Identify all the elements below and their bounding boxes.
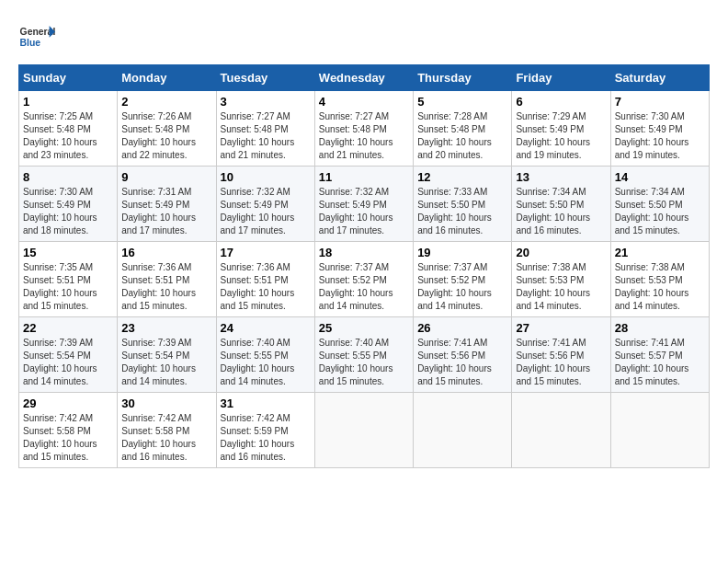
day-info: Sunrise: 7:41 AMSunset: 5:56 PMDaylight:… [417,337,507,388]
calendar-cell: 8Sunrise: 7:30 AMSunset: 5:49 PMDaylight… [19,167,118,242]
day-number: 3 [221,95,311,109]
calendar-cell: 29Sunrise: 7:42 AMSunset: 5:58 PMDayligh… [19,393,118,468]
weekday-header: Saturday [610,65,709,91]
day-number: 11 [319,170,409,184]
day-number: 6 [516,95,606,109]
day-number: 26 [417,321,507,335]
day-info: Sunrise: 7:33 AMSunset: 5:50 PMDaylight:… [417,186,507,237]
day-number: 20 [516,246,606,259]
day-number: 29 [23,396,113,410]
calendar-cell: 28Sunrise: 7:41 AMSunset: 5:57 PMDayligh… [610,317,709,393]
calendar-cell: 30Sunrise: 7:42 AMSunset: 5:58 PMDayligh… [118,393,216,468]
day-info: Sunrise: 7:27 AMSunset: 5:48 PMDaylight:… [319,110,409,162]
day-number: 12 [417,170,507,184]
day-number: 4 [319,95,409,109]
calendar-cell: 12Sunrise: 7:33 AMSunset: 5:50 PMDayligh… [414,167,512,242]
calendar-row: 15Sunrise: 7:35 AMSunset: 5:51 PMDayligh… [19,242,710,317]
calendar: SundayMondayTuesdayWednesdayThursdayFrid… [18,64,710,468]
calendar-cell: 16Sunrise: 7:36 AMSunset: 5:51 PMDayligh… [118,242,216,317]
weekday-header: Thursday [414,65,512,91]
calendar-cell: 22Sunrise: 7:39 AMSunset: 5:54 PMDayligh… [19,317,118,393]
calendar-cell: 31Sunrise: 7:42 AMSunset: 5:59 PMDayligh… [216,393,314,468]
day-number: 21 [615,246,705,259]
calendar-row: 1Sunrise: 7:25 AMSunset: 5:48 PMDaylight… [19,91,710,167]
day-number: 23 [121,321,211,335]
day-info: Sunrise: 7:26 AMSunset: 5:48 PMDaylight:… [121,110,211,162]
weekday-header: Friday [512,65,610,91]
day-info: Sunrise: 7:30 AMSunset: 5:49 PMDaylight:… [615,110,705,162]
day-info: Sunrise: 7:30 AMSunset: 5:49 PMDaylight:… [23,186,113,237]
day-number: 8 [23,170,113,184]
day-number: 14 [615,170,705,184]
weekday-header: Tuesday [216,65,314,91]
day-number: 30 [121,396,211,410]
day-info: Sunrise: 7:37 AMSunset: 5:52 PMDaylight:… [417,261,507,313]
calendar-cell: 5Sunrise: 7:28 AMSunset: 5:48 PMDaylight… [414,91,512,167]
day-info: Sunrise: 7:39 AMSunset: 5:54 PMDaylight:… [23,337,113,388]
calendar-cell: 25Sunrise: 7:40 AMSunset: 5:55 PMDayligh… [314,317,413,393]
day-number: 1 [23,95,113,109]
calendar-cell: 1Sunrise: 7:25 AMSunset: 5:48 PMDaylight… [19,91,118,167]
calendar-cell: 24Sunrise: 7:40 AMSunset: 5:55 PMDayligh… [216,317,314,393]
day-info: Sunrise: 7:34 AMSunset: 5:50 PMDaylight:… [516,186,606,237]
calendar-cell [414,393,512,468]
weekday-header-row: SundayMondayTuesdayWednesdayThursdayFrid… [19,65,710,91]
calendar-cell: 20Sunrise: 7:38 AMSunset: 5:53 PMDayligh… [512,242,610,317]
calendar-cell: 13Sunrise: 7:34 AMSunset: 5:50 PMDayligh… [512,167,610,242]
day-info: Sunrise: 7:38 AMSunset: 5:53 PMDaylight:… [615,261,705,313]
calendar-cell: 9Sunrise: 7:31 AMSunset: 5:49 PMDaylight… [118,167,216,242]
day-info: Sunrise: 7:29 AMSunset: 5:49 PMDaylight:… [516,110,606,162]
calendar-row: 8Sunrise: 7:30 AMSunset: 5:49 PMDaylight… [19,167,710,242]
weekday-header: Monday [118,65,216,91]
day-info: Sunrise: 7:41 AMSunset: 5:57 PMDaylight:… [615,337,705,388]
weekday-header: Wednesday [314,65,413,91]
calendar-cell: 19Sunrise: 7:37 AMSunset: 5:52 PMDayligh… [414,242,512,317]
day-info: Sunrise: 7:42 AMSunset: 5:58 PMDaylight:… [121,412,211,464]
day-number: 17 [221,246,311,259]
calendar-cell: 23Sunrise: 7:39 AMSunset: 5:54 PMDayligh… [118,317,216,393]
day-info: Sunrise: 7:31 AMSunset: 5:49 PMDaylight:… [121,186,211,237]
calendar-cell: 15Sunrise: 7:35 AMSunset: 5:51 PMDayligh… [19,242,118,317]
weekday-header: Sunday [19,65,118,91]
day-number: 27 [516,321,606,335]
day-number: 5 [417,95,507,109]
day-number: 7 [615,95,705,109]
calendar-cell: 7Sunrise: 7:30 AMSunset: 5:49 PMDaylight… [610,91,709,167]
day-info: Sunrise: 7:28 AMSunset: 5:48 PMDaylight:… [417,110,507,162]
calendar-cell: 18Sunrise: 7:37 AMSunset: 5:52 PMDayligh… [314,242,413,317]
calendar-cell [610,393,709,468]
day-number: 16 [121,246,211,259]
calendar-cell: 10Sunrise: 7:32 AMSunset: 5:49 PMDayligh… [216,167,314,242]
day-info: Sunrise: 7:37 AMSunset: 5:52 PMDaylight:… [319,261,409,313]
day-info: Sunrise: 7:39 AMSunset: 5:54 PMDaylight:… [121,337,211,388]
day-info: Sunrise: 7:36 AMSunset: 5:51 PMDaylight:… [221,261,311,313]
logo-icon: General Blue [18,18,55,55]
day-info: Sunrise: 7:35 AMSunset: 5:51 PMDaylight:… [23,261,113,313]
day-info: Sunrise: 7:27 AMSunset: 5:48 PMDaylight:… [221,110,311,162]
day-number: 10 [221,170,311,184]
day-info: Sunrise: 7:42 AMSunset: 5:59 PMDaylight:… [221,412,311,464]
day-number: 13 [516,170,606,184]
day-info: Sunrise: 7:38 AMSunset: 5:53 PMDaylight:… [516,261,606,313]
day-info: Sunrise: 7:36 AMSunset: 5:51 PMDaylight:… [121,261,211,313]
calendar-cell [512,393,610,468]
day-info: Sunrise: 7:40 AMSunset: 5:55 PMDaylight:… [221,337,311,388]
day-info: Sunrise: 7:42 AMSunset: 5:58 PMDaylight:… [23,412,113,464]
calendar-cell: 27Sunrise: 7:41 AMSunset: 5:56 PMDayligh… [512,317,610,393]
calendar-cell: 26Sunrise: 7:41 AMSunset: 5:56 PMDayligh… [414,317,512,393]
calendar-cell: 21Sunrise: 7:38 AMSunset: 5:53 PMDayligh… [610,242,709,317]
svg-text:Blue: Blue [20,38,41,48]
day-number: 31 [221,396,311,410]
day-info: Sunrise: 7:40 AMSunset: 5:55 PMDaylight:… [319,337,409,388]
calendar-cell: 3Sunrise: 7:27 AMSunset: 5:48 PMDaylight… [216,91,314,167]
header: General Blue [18,18,710,55]
day-number: 22 [23,321,113,335]
day-number: 24 [221,321,311,335]
day-info: Sunrise: 7:25 AMSunset: 5:48 PMDaylight:… [23,110,113,162]
day-number: 15 [23,246,113,259]
calendar-row: 22Sunrise: 7:39 AMSunset: 5:54 PMDayligh… [19,317,710,393]
day-info: Sunrise: 7:32 AMSunset: 5:49 PMDaylight:… [221,186,311,237]
calendar-cell [314,393,413,468]
day-number: 28 [615,321,705,335]
day-info: Sunrise: 7:32 AMSunset: 5:49 PMDaylight:… [319,186,409,237]
